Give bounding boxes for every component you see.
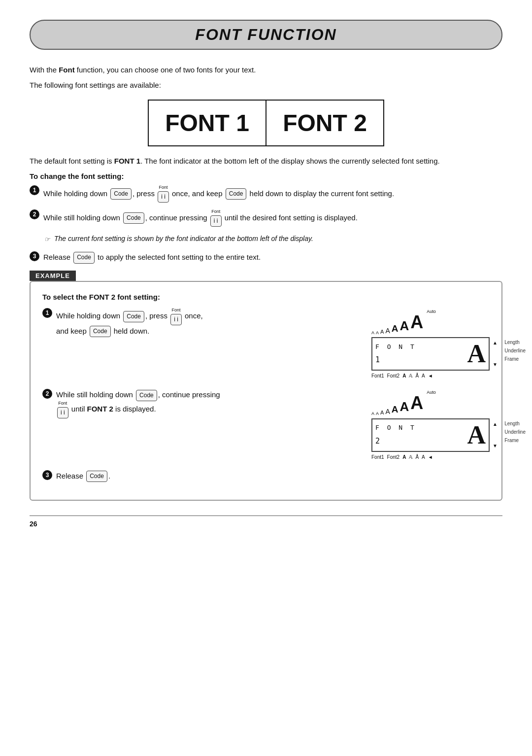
code-key-4: Code bbox=[73, 252, 95, 263]
example-step-3-num: 3 bbox=[42, 470, 52, 480]
font-key-1: Font i i bbox=[158, 185, 169, 203]
step-1-num: 1 bbox=[30, 185, 39, 195]
display-left-1: F O N T 1 bbox=[375, 342, 467, 366]
ex-code-key-2: Code bbox=[90, 326, 111, 337]
example-step-2: 2 While still holding down Code, continu… bbox=[42, 389, 490, 461]
display-bottom-1: Font1 Font2 A 𝔸 Å A ◄ bbox=[371, 372, 490, 380]
page-number: 26 bbox=[30, 520, 37, 528]
intro-line-1: With the Font function, you can choose o… bbox=[30, 65, 502, 76]
triangle-up-2: ▲ bbox=[493, 420, 498, 428]
ex-font-key-2: Font i i bbox=[57, 401, 68, 418]
example-badge: EXAMPLE bbox=[30, 271, 76, 281]
ex-font-key-1: Font i i bbox=[170, 308, 182, 325]
step-3-num: 3 bbox=[30, 251, 39, 261]
display-big-a-1: A bbox=[467, 341, 486, 367]
ex-code-key-4: Code bbox=[86, 471, 107, 482]
display-left-2: F O N T 2 bbox=[375, 423, 467, 447]
display-font-label-1: F O N T bbox=[375, 342, 467, 352]
example-step-2-text: While still holding down Code, continue … bbox=[56, 390, 220, 413]
display-bottom-2: Font1 Font2 A 𝔸 Å A ◄ bbox=[371, 453, 490, 461]
example-step-3-text: Release Code. bbox=[56, 470, 110, 482]
page-footer: 26 bbox=[30, 515, 502, 528]
display-screen-2: F O N T 2 A ▲ ▼ Length Underline Frame bbox=[371, 418, 490, 452]
example-step-2-content: While still holding down Code, continue … bbox=[56, 389, 360, 418]
code-key-2: Code bbox=[226, 188, 247, 200]
example-heading: To select the FONT 2 font setting: bbox=[42, 293, 490, 301]
font-option-1: FONT 1 bbox=[149, 101, 266, 145]
step-2: 2 While still holding down Code, continu… bbox=[30, 209, 502, 227]
triangle-down-2: ▼ bbox=[493, 442, 498, 450]
step-1: 1 While holding down Code, press Font i … bbox=[30, 185, 502, 203]
size-row-1: A A A A A A A Auto bbox=[371, 308, 436, 337]
display-mock-2: A A A A A A A Auto F O N T 2 A ▲ ▼ bbox=[371, 389, 490, 461]
step-1-text: While holding down Code, press Font i i … bbox=[43, 185, 394, 203]
display-font-num-2: 2 bbox=[375, 435, 467, 447]
default-note: The default font setting is FONT 1. The … bbox=[30, 155, 502, 167]
step-3: 3 Release Code to apply the selected fon… bbox=[30, 251, 502, 264]
display-big-a-2: A bbox=[467, 422, 486, 448]
step-3-text: Release Code to apply the selected font … bbox=[43, 251, 261, 264]
step-2-num: 2 bbox=[30, 209, 39, 219]
page-title-wrap: FONT FUNCTION bbox=[30, 20, 502, 50]
ex-code-key-1: Code bbox=[123, 311, 144, 322]
display-font-label-2: F O N T bbox=[375, 423, 467, 433]
example-step-1: 1 While holding down Code, press Font i … bbox=[42, 308, 490, 380]
font-key-2: Font i i bbox=[210, 209, 222, 227]
display-right-labels-2: Length Underline Frame bbox=[504, 419, 526, 445]
note-icon: ☞ bbox=[44, 235, 50, 244]
example-step-1-content: While holding down Code, press Font i i … bbox=[56, 308, 360, 338]
ex-code-key-3: Code bbox=[136, 390, 157, 401]
example-box: To select the FONT 2 font setting: 1 Whi… bbox=[30, 281, 502, 501]
example-step-1-num: 1 bbox=[42, 308, 52, 318]
example-step-3: 3 Release Code. bbox=[42, 470, 490, 482]
font-option-2: FONT 2 bbox=[266, 101, 383, 145]
note-item: ☞ The current font setting is shown by t… bbox=[44, 234, 502, 244]
font-options-display: FONT 1 FONT 2 bbox=[30, 100, 502, 146]
note-text: The current font setting is shown by the… bbox=[54, 234, 313, 244]
code-key-1: Code bbox=[110, 188, 132, 200]
font-options-box: FONT 1 FONT 2 bbox=[148, 100, 384, 146]
display-screen-1: F O N T 1 A ▲ ▼ Length Underline Frame bbox=[371, 337, 490, 371]
display-right-labels-1: Length Underline Frame bbox=[504, 338, 526, 363]
example-step-2-num: 2 bbox=[42, 389, 52, 399]
size-row-2: A A A A A A A Auto bbox=[371, 389, 436, 417]
display-mock-1: A A A A A A A Auto F O N T 1 A ▲ ▼ bbox=[371, 308, 490, 380]
triangle-down-1: ▼ bbox=[493, 361, 498, 369]
change-heading: To change the font setting: bbox=[30, 172, 502, 180]
example-step-1-text: While holding down Code, press Font i i … bbox=[56, 311, 203, 335]
triangle-up-1: ▲ bbox=[493, 339, 498, 347]
code-key-3: Code bbox=[123, 212, 144, 224]
page-title: FONT FUNCTION bbox=[195, 26, 336, 43]
step-2-text: While still holding down Code, continue … bbox=[43, 209, 358, 227]
display-font-num-1: 1 bbox=[375, 354, 467, 366]
intro-line-2: The following font settings are availabl… bbox=[30, 80, 502, 91]
